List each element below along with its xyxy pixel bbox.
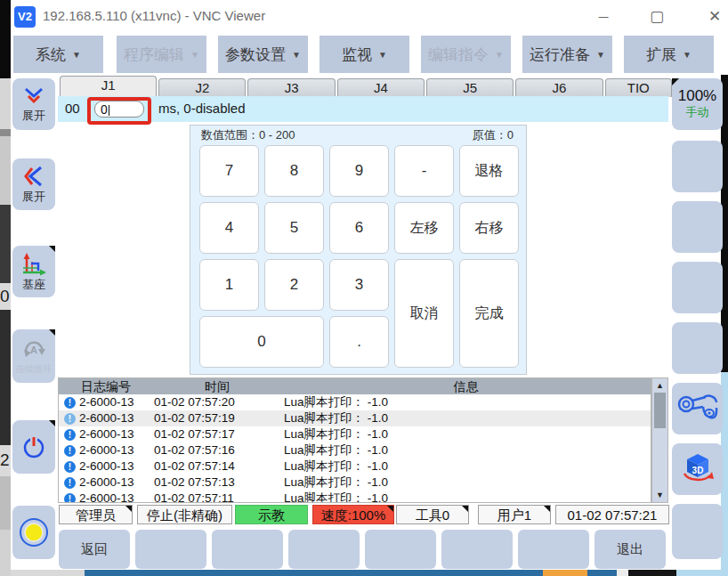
menu-parameter-settings[interactable]: 参数设置 ▼ [218, 36, 308, 73]
side-action-button[interactable] [672, 262, 723, 313]
back-button[interactable]: 返回 [59, 530, 130, 569]
key-4[interactable]: 4 [199, 202, 259, 254]
tab-j6[interactable]: J6 [515, 78, 603, 97]
dropdown-arrow-icon: ▼ [683, 50, 692, 60]
expand-left-button[interactable]: 展开 [12, 158, 55, 210]
info-icon: ! [64, 461, 76, 473]
dropdown-arrow-icon: ▼ [495, 50, 504, 60]
minimize-button[interactable]: ─ [589, 5, 618, 28]
key-minus[interactable]: - [394, 145, 454, 197]
continuous-loop-button: A 连续循环 [12, 329, 55, 383]
3d-cube-icon: 3D [677, 450, 718, 488]
speed-mode-button[interactable]: 100% 手动 [672, 78, 723, 130]
log-row[interactable]: ! 2-6000-13 01-02 07:57:14 Lua脚本打印： -1.0 [59, 458, 651, 475]
scroll-up-arrow[interactable]: ▲ [652, 379, 667, 392]
power-button[interactable] [12, 420, 55, 474]
bottom-action-button[interactable] [518, 530, 589, 569]
key-move-left[interactable]: 左移 [394, 202, 454, 254]
status-tool[interactable]: 工具0 [396, 505, 469, 524]
bottom-action-button[interactable] [288, 530, 360, 569]
jog-controller-button[interactable] [672, 383, 723, 434]
tab-j4[interactable]: J4 [337, 78, 425, 97]
tab-j5[interactable]: J5 [426, 78, 514, 97]
side-action-button[interactable] [672, 504, 723, 559]
key-0[interactable]: 0 [199, 316, 324, 368]
info-icon: ! [64, 445, 76, 457]
window-title: 192.168.5.110 (x11vnc) - VNC Viewer [43, 8, 265, 23]
log-header-info: 信息 [281, 378, 651, 394]
status-speed[interactable]: 速度:100% [312, 505, 394, 524]
view-3d-button[interactable]: 3D [672, 443, 723, 495]
menu-system[interactable]: 系统 ▼ [13, 36, 103, 73]
key-cancel[interactable]: 取消 [394, 259, 454, 368]
log-row[interactable]: ! 2-6000-13 01-02 07:57:20 Lua脚本打印： -1.0 [59, 394, 651, 410]
info-icon: ! [64, 429, 76, 441]
double-chevron-left-icon [22, 165, 45, 188]
bottom-action-button[interactable] [365, 530, 436, 569]
key-7[interactable]: 7 [199, 145, 259, 197]
menu-run-preparation[interactable]: 运行准备 ▼ [522, 36, 612, 73]
status-user[interactable]: 用户1 [478, 505, 551, 524]
key-2[interactable]: 2 [264, 259, 324, 311]
tab-j1[interactable]: J1 [60, 76, 157, 97]
status-mode-teach[interactable]: 示教 [235, 505, 308, 524]
key-6[interactable]: 6 [329, 202, 389, 254]
log-row[interactable]: ! 2-6000-13 01-02 07:57:11 Lua脚本打印： -1.0 [59, 491, 651, 503]
text-caret [109, 105, 109, 116]
key-9[interactable]: 9 [329, 145, 389, 197]
log-row[interactable]: ! 2-6000-13 01-02 07:57:17 Lua脚本打印： -1.0 [59, 426, 651, 442]
key-move-right[interactable]: 右移 [459, 202, 519, 254]
original-value-label: 原值：0 [473, 127, 514, 143]
key-confirm[interactable]: 完成 [459, 259, 519, 368]
dropdown-arrow-icon: ▼ [596, 50, 605, 60]
bottom-action-button[interactable] [441, 530, 513, 569]
menu-program-edit: 程序编辑 ▼ [117, 36, 206, 73]
menu-monitor[interactable]: 监视 ▼ [320, 36, 409, 73]
key-8[interactable]: 8 [264, 145, 324, 197]
info-icon: ! [64, 477, 76, 489]
vnc-title-bar: V2 192.168.5.110 (x11vnc) - VNC Viewer ─… [11, 0, 728, 35]
bottom-action-button[interactable] [212, 530, 283, 569]
record-point-button[interactable] [12, 506, 55, 559]
dropdown-arrow-icon: ▼ [72, 50, 81, 60]
key-1[interactable]: 1 [199, 259, 259, 311]
status-bar: 管理员 停止(非精确) 示教 速度:100% 工具0 用户1 01-02 07:… [59, 505, 670, 526]
bottom-action-button[interactable] [135, 530, 206, 569]
dropdown-arrow-icon: ▼ [292, 50, 301, 60]
scroll-down-arrow[interactable]: ▼ [652, 489, 667, 501]
status-role[interactable]: 管理员 [59, 505, 133, 524]
log-header-id: 日志编号 [59, 378, 153, 394]
desktop-background-digit: 0 [0, 287, 11, 306]
maximize-button[interactable]: ▢ [643, 5, 671, 28]
base-frame-button[interactable]: 基座 [12, 246, 55, 297]
coordinate-axes-icon [20, 251, 47, 276]
exit-button[interactable]: 退出 [595, 530, 666, 569]
tab-j2[interactable]: J2 [158, 78, 246, 97]
svg-text:A: A [30, 345, 37, 355]
log-scrollbar[interactable]: ▲ ▼ [651, 377, 668, 503]
vnc-logo-icon: V2 [14, 6, 36, 28]
side-action-button[interactable] [672, 141, 723, 192]
key-dot[interactable]: . [329, 316, 389, 368]
power-icon [20, 433, 48, 461]
log-row-selected[interactable]: ! 2-6000-13 01-02 07:57:19 Lua脚本打印： -1.0 [59, 410, 651, 426]
tab-tio[interactable]: TIO [605, 78, 672, 97]
side-action-button[interactable] [672, 322, 723, 374]
menu-extension[interactable]: 扩展 ▼ [624, 36, 714, 73]
key-3[interactable]: 3 [329, 259, 389, 311]
key-backspace[interactable]: 退格 [459, 145, 519, 197]
log-header-row: 日志编号 时间 信息 [59, 378, 651, 394]
menu-bar: 系统 ▼ 程序编辑 ▼ 参数设置 ▼ 监视 ▼ 编辑指令 ▼ 运行准备 ▼ 扩展… [11, 34, 728, 75]
dropdown-arrow-icon: ▼ [378, 50, 387, 60]
tab-j3[interactable]: J3 [247, 78, 335, 97]
side-action-button[interactable] [672, 201, 723, 253]
close-button[interactable]: ✕ [700, 5, 728, 28]
value-input[interactable]: 0 [94, 101, 144, 118]
expand-down-button[interactable]: 展开 [12, 78, 55, 130]
scrollbar-thumb[interactable] [654, 393, 666, 428]
log-row[interactable]: ! 2-6000-13 01-02 07:57:13 Lua脚本打印： -1.0 [59, 475, 651, 491]
log-row[interactable]: ! 2-6000-13 01-02 07:57:16 Lua脚本打印： -1.0 [59, 442, 651, 458]
game-controller-icon [676, 391, 719, 426]
status-motion-state: 停止(非精确) [137, 505, 232, 524]
key-5[interactable]: 5 [264, 202, 324, 254]
